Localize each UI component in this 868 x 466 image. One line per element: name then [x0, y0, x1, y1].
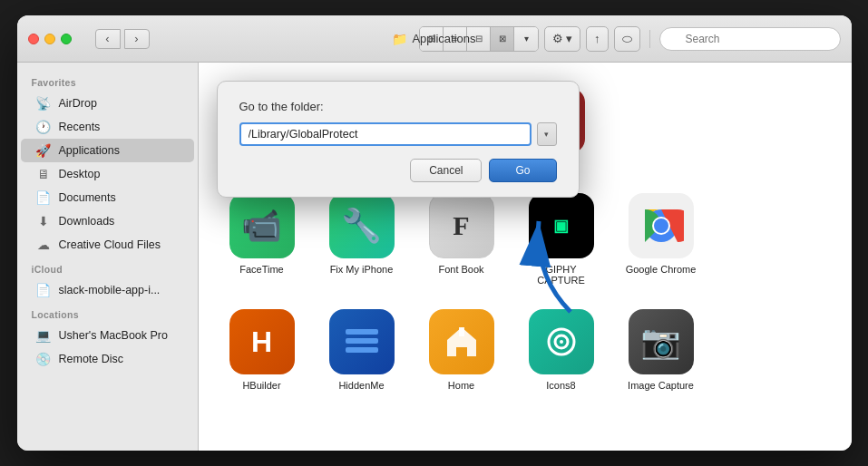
downloads-label: Downloads [59, 215, 115, 228]
macbook-icon: 💻 [35, 328, 52, 343]
goto-folder-dialog: Go to the folder: ▾ Cancel Go [217, 81, 580, 198]
forward-button[interactable]: › [124, 29, 150, 49]
macbook-label: Usher's MacBook Pro [59, 329, 168, 342]
sidebar-item-recents[interactable]: 🕐 Recents [21, 115, 194, 139]
slack-label: slack-mobile-app-i... [59, 284, 161, 296]
sidebar: Favorites 📡 AirDrop 🕐 Recents 🚀 Applicat… [17, 63, 199, 451]
content-area: Favorites 📡 AirDrop 🕐 Recents 🚀 Applicat… [17, 63, 852, 451]
tag-icon: ⬭ [622, 32, 632, 46]
title-bar: ‹ › 📁 Applications ⊞ ≡ ⊟ ⊠ ▾ ⚙▾ ↑ ⬭ [17, 15, 852, 63]
airdrop-label: AirDrop [59, 97, 97, 110]
search-input[interactable] [659, 27, 841, 51]
documents-label: Documents [59, 191, 116, 204]
share-icon: ↑ [594, 32, 600, 45]
remote-disc-icon: 💿 [35, 352, 52, 366]
action-icon: ⚙ [552, 32, 563, 45]
favorites-label: Favorites [17, 70, 198, 92]
folder-icon: 📁 [392, 32, 407, 46]
documents-icon: 📄 [35, 190, 52, 205]
desktop-label: Desktop [59, 168, 101, 180]
desktop-icon: 🖥 [35, 167, 52, 181]
applications-icon: 🚀 [35, 143, 52, 158]
finder-window: ‹ › 📁 Applications ⊞ ≡ ⊟ ⊠ ▾ ⚙▾ ↑ ⬭ [17, 15, 852, 451]
view-options-btn[interactable]: ▾ [514, 27, 538, 51]
maximize-button[interactable] [61, 34, 72, 44]
locations-label: Locations [17, 302, 198, 324]
downloads-icon: ⬇ [35, 214, 52, 228]
traffic-lights [28, 34, 72, 44]
dialog-input-row: ▾ [239, 122, 557, 146]
dialog-title: Go to the folder: [239, 100, 557, 113]
creative-cloud-icon: ☁ [35, 238, 52, 252]
file-area: 📱 iPhone ⊞ Dashboard Aa Dictionary [199, 63, 852, 451]
sidebar-item-remote-disc[interactable]: 💿 Remote Disc [21, 347, 194, 371]
minimize-button[interactable] [44, 34, 55, 44]
back-button[interactable]: ‹ [95, 29, 121, 49]
slack-icon: 📄 [35, 283, 52, 297]
recents-label: Recents [59, 121, 101, 133]
go-button[interactable]: Go [489, 159, 556, 182]
toolbar-separator [649, 30, 650, 48]
remote-disc-label: Remote Disc [59, 353, 124, 365]
close-button[interactable] [28, 34, 39, 44]
dialog-overlay: Go to the folder: ▾ Cancel Go [199, 63, 852, 451]
sidebar-item-creative-cloud[interactable]: ☁ Creative Cloud Files [21, 233, 194, 257]
sidebar-item-documents[interactable]: 📄 Documents [21, 186, 194, 209]
sidebar-item-slack[interactable]: 📄 slack-mobile-app-i... [21, 278, 194, 302]
share-button[interactable]: ↑ [586, 26, 609, 52]
dialog-buttons: Cancel Go [239, 159, 557, 182]
icloud-label: iCloud [17, 257, 198, 278]
sidebar-item-downloads[interactable]: ⬇ Downloads [21, 209, 194, 233]
gallery-view-btn[interactable]: ⊠ [491, 27, 514, 51]
creative-cloud-label: Creative Cloud Files [59, 238, 161, 251]
sidebar-item-macbook[interactable]: 💻 Usher's MacBook Pro [21, 324, 194, 347]
cancel-button[interactable]: Cancel [410, 159, 482, 182]
window-title: 📁 Applications [392, 32, 475, 46]
arrow-annotation [489, 203, 598, 330]
sidebar-item-applications[interactable]: 🚀 Applications [21, 139, 194, 162]
sidebar-item-airdrop[interactable]: 📡 AirDrop [21, 92, 194, 115]
nav-buttons: ‹ › [95, 29, 150, 49]
search-wrapper: 🔍 [659, 27, 841, 51]
applications-label: Applications [59, 144, 120, 157]
dropdown-button[interactable]: ▾ [537, 122, 557, 146]
airdrop-icon: 📡 [35, 96, 52, 111]
folder-path-input[interactable] [239, 122, 532, 146]
action-button[interactable]: ⚙▾ [544, 26, 580, 52]
recents-icon: 🕐 [35, 120, 52, 134]
tag-button[interactable]: ⬭ [614, 26, 640, 52]
sidebar-item-desktop[interactable]: 🖥 Desktop [21, 162, 194, 186]
